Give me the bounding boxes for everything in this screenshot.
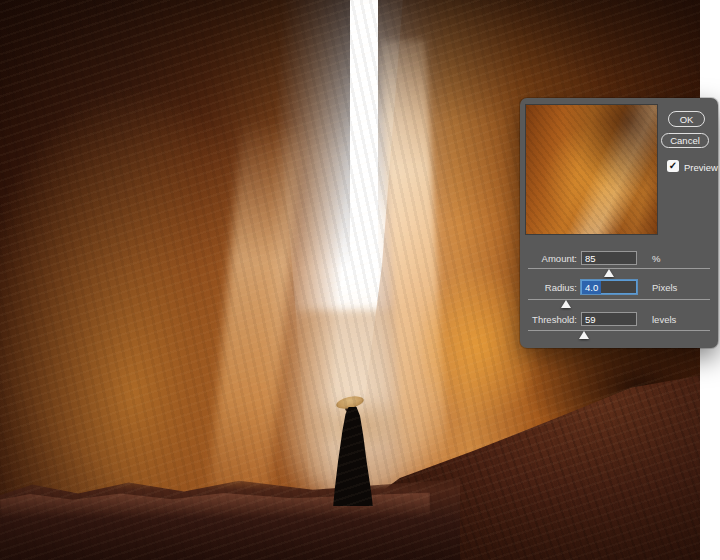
amount-slider-thumb[interactable]: [604, 269, 614, 277]
amount-slider-track[interactable]: [528, 268, 710, 269]
amount-input[interactable]: 85: [581, 251, 637, 265]
amount-label: Amount:: [520, 253, 577, 264]
radius-label: Radius:: [520, 282, 577, 293]
threshold-unit-label: levels: [652, 314, 676, 325]
threshold-input[interactable]: 59: [581, 312, 637, 326]
unsharp-mask-dialog: OK Cancel ✓ Preview Amount: 85 % Radius:…: [520, 98, 718, 348]
threshold-value: 59: [582, 313, 599, 326]
threshold-label: Threshold:: [520, 314, 577, 325]
radius-unit-label: Pixels: [652, 282, 677, 293]
ok-button[interactable]: OK: [668, 111, 705, 127]
radius-value-selected: 4.0: [582, 281, 601, 294]
filter-preview-thumbnail[interactable]: [525, 104, 658, 235]
cancel-button[interactable]: Cancel: [661, 133, 709, 148]
preview-checkbox-label[interactable]: Preview: [684, 162, 718, 173]
amount-unit-label: %: [652, 253, 660, 264]
amount-value: 85: [582, 252, 599, 265]
radius-slider-thumb[interactable]: [561, 300, 571, 308]
screenshot-root: OK Cancel ✓ Preview Amount: 85 % Radius:…: [0, 0, 720, 560]
radius-slider-track[interactable]: [528, 299, 710, 300]
preview-checkbox[interactable]: ✓: [667, 160, 679, 172]
threshold-slider-thumb[interactable]: [579, 331, 589, 339]
radius-input[interactable]: 4.0: [581, 280, 637, 294]
threshold-slider-track[interactable]: [528, 330, 710, 331]
